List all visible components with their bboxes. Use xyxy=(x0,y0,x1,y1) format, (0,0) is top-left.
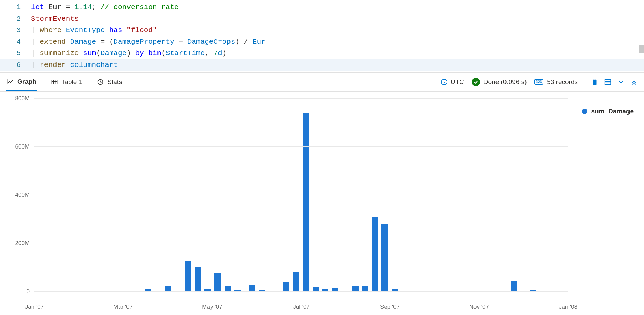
chart-gridline: 200M xyxy=(34,243,568,243)
chart-bar[interactable] xyxy=(381,224,388,292)
x-tick-label: Mar '07 xyxy=(113,304,133,311)
code-line[interactable]: 4| extend Damage = (DamageProperty + Dam… xyxy=(0,36,644,48)
code-content: | where EventType has "flood" xyxy=(31,24,157,36)
records-badge-icon: 123 xyxy=(534,79,544,85)
chart-gridline: 600M xyxy=(34,146,568,147)
chevron-down-icon xyxy=(617,78,625,86)
line-number: 2 xyxy=(0,13,31,25)
svg-rect-0 xyxy=(52,80,57,84)
chart-gridline: 400M xyxy=(34,195,568,195)
y-tick-label: 0 xyxy=(7,288,34,295)
chart-bar[interactable] xyxy=(214,273,221,292)
svg-rect-6 xyxy=(605,79,611,84)
x-tick-label: Nov '07 xyxy=(469,304,489,311)
layout-rows-icon xyxy=(604,78,612,86)
x-tick-label: Sep '07 xyxy=(380,304,400,311)
y-tick-label: 800M xyxy=(7,95,34,102)
tab-stats-label: Stats xyxy=(107,78,122,86)
chart-bar[interactable] xyxy=(195,267,201,291)
table-icon xyxy=(51,79,58,85)
chart-bar[interactable] xyxy=(249,285,255,292)
record-count: 123 53 records xyxy=(534,78,578,86)
tab-graph[interactable]: Graph xyxy=(6,73,37,91)
chart-line-icon xyxy=(7,78,14,85)
editor-scrollbar[interactable] xyxy=(639,45,644,53)
code-line[interactable]: 6| render columnchart xyxy=(0,59,644,71)
line-number: 4 xyxy=(0,36,31,48)
code-content: | render columnchart xyxy=(31,59,118,71)
tab-table[interactable]: Table 1 xyxy=(50,73,83,91)
chart-bar[interactable] xyxy=(165,286,171,291)
chart-bar[interactable] xyxy=(185,261,191,292)
chart-bar[interactable] xyxy=(293,272,299,291)
chart-bar[interactable] xyxy=(362,286,368,292)
code-editor[interactable]: 1let Eur = 1.14; // conversion rate2Stor… xyxy=(0,0,644,72)
chart-x-axis: Jan '07Mar '07May '07Jul '07Sep '07Nov '… xyxy=(34,302,568,302)
x-tick-label: Jul '07 xyxy=(293,304,310,311)
chart-bar[interactable] xyxy=(372,217,378,292)
chart-bar[interactable] xyxy=(352,286,359,291)
copy-button[interactable] xyxy=(591,78,599,86)
code-line[interactable]: 3| where EventType has "flood" xyxy=(0,24,644,36)
query-status: Done (0.096 s) xyxy=(472,78,527,86)
clipboard-icon xyxy=(591,78,599,86)
result-tabs: Graph Table 1 Stats xyxy=(6,73,123,91)
collapse-button[interactable] xyxy=(630,78,638,86)
chart-bar[interactable] xyxy=(225,286,231,291)
timezone-indicator[interactable]: UTC xyxy=(440,78,464,86)
line-number: 6 xyxy=(0,59,31,71)
code-content: StormEvents xyxy=(31,13,79,25)
chart-gridline: 800M xyxy=(34,98,568,99)
x-tick-label: Jan '08 xyxy=(559,304,577,311)
chart-plot[interactable]: 0200M400M600M800M xyxy=(34,99,568,292)
stats-icon xyxy=(97,79,104,85)
code-line[interactable]: 2StormEvents xyxy=(0,13,644,25)
chart-bar[interactable] xyxy=(313,287,319,292)
code-content: | summarize sum(Damage) by bin(StartTime… xyxy=(31,48,226,59)
line-number: 3 xyxy=(0,24,31,36)
chart-legend[interactable]: sum_Damage xyxy=(582,108,634,115)
record-count-text: 53 records xyxy=(547,78,578,86)
code-line[interactable]: 1let Eur = 1.14; // conversion rate xyxy=(0,1,644,13)
x-tick-label: May '07 xyxy=(202,304,222,311)
code-content: let Eur = 1.14; // conversion rate xyxy=(31,1,179,13)
code-line[interactable]: 5| summarize sum(Damage) by bin(StartTim… xyxy=(0,48,644,59)
success-check-icon xyxy=(472,78,480,86)
line-number: 1 xyxy=(0,1,31,13)
chart-bar[interactable] xyxy=(511,281,517,291)
y-tick-label: 600M xyxy=(7,143,34,150)
clock-icon xyxy=(440,78,448,86)
chart-bar[interactable] xyxy=(303,113,309,292)
y-tick-label: 400M xyxy=(7,192,34,199)
legend-label: sum_Damage xyxy=(591,108,634,115)
tab-stats[interactable]: Stats xyxy=(96,73,123,91)
double-chevron-up-icon xyxy=(630,78,638,86)
status-text: Done (0.096 s) xyxy=(483,78,527,86)
chart-bar[interactable] xyxy=(283,282,289,292)
tab-graph-label: Graph xyxy=(17,78,37,85)
layout-button[interactable] xyxy=(604,78,612,86)
line-number: 5 xyxy=(0,48,31,59)
timezone-label: UTC xyxy=(451,78,464,86)
legend-swatch xyxy=(582,109,587,114)
results-toolbar: Graph Table 1 Stats UTC Done (0.096 s) 1… xyxy=(0,72,644,92)
code-content: | extend Damage = (DamageProperty + Dama… xyxy=(31,36,266,48)
x-tick-label: Jan '07 xyxy=(25,304,44,311)
chart-bars xyxy=(34,99,568,292)
tab-table-label: Table 1 xyxy=(61,78,82,86)
chart-gridline: 0 xyxy=(34,291,568,292)
chart-area: 0200M400M600M800M Jan '07Mar '07May '07J… xyxy=(0,92,644,312)
layout-dropdown[interactable] xyxy=(617,78,625,86)
y-tick-label: 200M xyxy=(7,240,34,247)
